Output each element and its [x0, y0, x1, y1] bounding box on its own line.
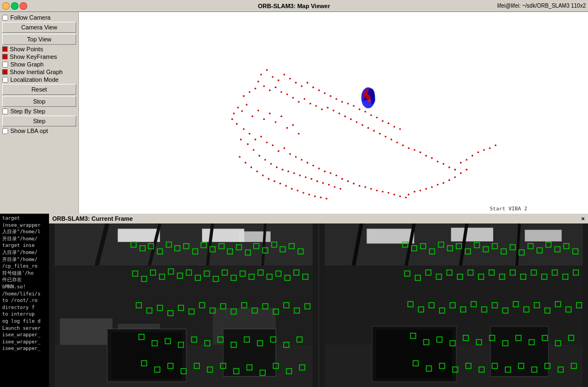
terminal-line-3: 开目录"/home/	[2, 235, 47, 243]
terminal-line-6: 开目录"/home/	[2, 256, 47, 263]
svg-point-2	[241, 110, 243, 112]
svg-point-86	[327, 107, 328, 108]
svg-point-106	[443, 163, 444, 165]
svg-point-135	[353, 105, 354, 107]
svg-point-105	[437, 161, 438, 162]
terminal-panel: target (nsee_wrapper 入目录"/home/l 开目录"/ho…	[0, 214, 49, 387]
svg-point-42	[394, 194, 395, 195]
terminal-line-2: 入目录"/home/l	[2, 228, 47, 235]
right-camera-svg	[319, 223, 589, 387]
svg-point-107	[449, 166, 450, 168]
svg-rect-171	[202, 229, 244, 242]
terminal-line-7: /cp_files_ro	[2, 263, 47, 270]
svg-point-78	[280, 91, 282, 93]
frame-close-button[interactable]: ×	[581, 215, 585, 222]
localization-mode-row[interactable]: Localization Mode	[2, 76, 76, 83]
svg-point-95	[379, 133, 381, 135]
svg-point-16	[243, 128, 244, 130]
terminal-line-12: to /root/.ro	[2, 297, 47, 304]
reset-button[interactable]: Reset	[2, 84, 76, 95]
step-by-step-checkbox[interactable]	[2, 108, 8, 114]
svg-point-70	[322, 182, 324, 184]
svg-point-120	[266, 69, 268, 71]
svg-point-102	[419, 152, 421, 153]
show-lba-row[interactable]: Show LBA opt	[2, 128, 76, 134]
stop-button[interactable]: Stop	[2, 96, 76, 107]
terminal-line-18: isee_wrapper_	[2, 331, 47, 338]
svg-point-101	[414, 149, 415, 150]
svg-point-113	[483, 149, 485, 150]
show-graph-label: Show Graph	[10, 61, 44, 68]
svg-point-128	[313, 87, 314, 88]
svg-point-69	[316, 180, 318, 182]
svg-rect-290	[376, 330, 451, 378]
svg-point-129	[318, 89, 320, 91]
svg-point-47	[419, 190, 421, 191]
svg-point-53	[454, 176, 456, 178]
terminal-line-1: target (nsee_wrapper	[2, 215, 47, 228]
svg-point-55	[465, 169, 467, 171]
show-inertial-row[interactable]: Show Inertial Graph	[2, 69, 76, 75]
show-graph-row[interactable]: Show Graph	[2, 61, 76, 68]
svg-point-19	[260, 136, 262, 137]
svg-point-153	[291, 188, 292, 190]
left-panel: Follow Camera Camera View Top View Show …	[0, 12, 79, 214]
svg-point-154	[297, 190, 298, 191]
left-camera-svg	[49, 223, 318, 387]
svg-point-108	[454, 169, 456, 171]
svg-point-18	[254, 138, 256, 140]
close-button[interactable]	[20, 2, 27, 10]
camera-view-button[interactable]: Camera View	[2, 22, 76, 33]
minimize-button[interactable]	[2, 2, 10, 10]
show-graph-checkbox[interactable]	[2, 62, 8, 68]
maximize-button[interactable]	[11, 2, 19, 10]
svg-point-11	[286, 127, 288, 129]
terminal-line-11: /home/lifei/s	[2, 291, 47, 298]
follow-camera-row[interactable]: Follow Camera	[2, 14, 76, 21]
show-inertial-color	[2, 69, 8, 75]
svg-point-157	[314, 196, 316, 197]
terminal-line-5: 入目录"/home/	[2, 249, 47, 256]
step-by-step-row[interactable]: Step By Step	[2, 108, 76, 114]
svg-point-151	[279, 183, 281, 184]
show-points-row[interactable]: Show Points	[2, 46, 76, 52]
localization-mode-checkbox[interactable]	[2, 77, 8, 83]
svg-point-136	[359, 108, 360, 110]
map-viewer: Start VIBA 2	[79, 12, 588, 214]
svg-point-5	[252, 116, 253, 117]
svg-point-77	[275, 87, 277, 88]
svg-point-13	[298, 133, 299, 135]
svg-point-36	[359, 185, 360, 186]
svg-point-123	[284, 74, 285, 75]
map-svg: Start VIBA 2	[79, 12, 588, 214]
svg-point-85	[321, 108, 323, 110]
svg-point-112	[477, 152, 479, 153]
svg-point-103	[425, 155, 427, 156]
step-by-step-label: Step By Step	[10, 108, 45, 114]
svg-point-143	[399, 128, 401, 130]
svg-point-125	[295, 82, 297, 83]
show-lba-checkbox[interactable]	[2, 128, 8, 134]
svg-point-39	[376, 190, 378, 191]
svg-point-23	[284, 147, 285, 149]
top-view-button[interactable]: Top View	[2, 34, 76, 45]
top-section: Follow Camera Camera View Top View Show …	[0, 12, 588, 214]
show-keyframes-label: Show KeyFrames	[10, 53, 57, 60]
svg-point-104	[431, 157, 433, 159]
svg-point-122	[278, 80, 279, 81]
svg-point-41	[388, 192, 389, 194]
svg-point-59	[259, 155, 260, 156]
svg-point-80	[292, 97, 293, 99]
svg-point-98	[396, 142, 398, 143]
follow-camera-checkbox[interactable]	[2, 15, 8, 21]
svg-point-32	[335, 174, 337, 176]
frame-title: ORB-SLAM3: Current Frame	[52, 215, 133, 222]
svg-point-132	[335, 98, 337, 100]
show-keyframes-row[interactable]: Show KeyFrames	[2, 53, 76, 60]
terminal-line-19: isee_wrapper_	[2, 338, 47, 346]
svg-point-67	[305, 176, 307, 178]
step-button[interactable]: Step	[2, 116, 76, 126]
svg-point-52	[449, 179, 450, 181]
svg-point-118	[254, 88, 256, 89]
svg-point-40	[382, 191, 383, 192]
